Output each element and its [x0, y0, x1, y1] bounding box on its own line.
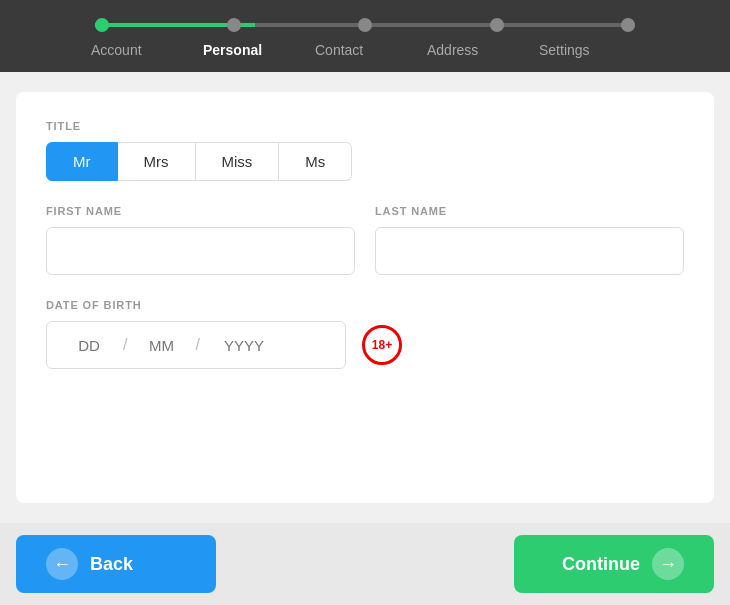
title-miss-button[interactable]: Miss	[196, 142, 280, 181]
step-dot-settings	[621, 18, 635, 32]
title-label: TITLE	[46, 120, 684, 132]
step-dot-account	[95, 18, 109, 32]
header: Account Personal Contact Address Setting…	[0, 0, 730, 72]
dob-dd-input[interactable]	[59, 337, 119, 354]
title-mrs-button[interactable]: Mrs	[118, 142, 196, 181]
step-address: Address	[421, 42, 533, 58]
step-dot-contact	[358, 18, 372, 32]
dob-yyyy-input[interactable]	[204, 337, 284, 354]
last-name-group: LAST NAME	[375, 205, 684, 275]
title-group: Mr Mrs Miss Ms	[46, 142, 684, 181]
main-content: TITLE Mr Mrs Miss Ms FIRST NAME LAST NAM…	[0, 72, 730, 523]
form-card: TITLE Mr Mrs Miss Ms FIRST NAME LAST NAM…	[16, 92, 714, 503]
step-label-address: Address	[427, 42, 527, 58]
step-label-account: Account	[91, 42, 191, 58]
first-name-label: FIRST NAME	[46, 205, 355, 217]
dob-section: DATE OF BIRTH / / 18+	[46, 299, 684, 369]
names-row: FIRST NAME LAST NAME	[46, 205, 684, 275]
progress-bar	[95, 18, 635, 32]
dob-mm-input[interactable]	[131, 337, 191, 354]
footer: ← Back Continue →	[0, 523, 730, 605]
continue-arrow-icon: →	[652, 548, 684, 580]
step-contact: Contact	[309, 42, 421, 58]
dob-sep-2: /	[191, 336, 203, 354]
continue-label: Continue	[562, 554, 640, 575]
back-button[interactable]: ← Back	[16, 535, 216, 593]
step-account: Account	[85, 42, 197, 58]
last-name-input[interactable]	[375, 227, 684, 275]
title-section: TITLE Mr Mrs Miss Ms	[46, 120, 684, 181]
dob-row: / / 18+	[46, 321, 684, 369]
step-labels-row: Account Personal Contact Address Setting…	[85, 42, 645, 58]
step-dot-address	[490, 18, 504, 32]
step-label-contact: Contact	[315, 42, 415, 58]
dob-sep-1: /	[119, 336, 131, 354]
step-settings: Settings	[533, 42, 645, 58]
first-name-input[interactable]	[46, 227, 355, 275]
continue-button[interactable]: Continue →	[514, 535, 714, 593]
step-dot-personal	[227, 18, 241, 32]
step-label-personal: Personal	[203, 42, 303, 58]
last-name-label: LAST NAME	[375, 205, 684, 217]
title-mr-button[interactable]: Mr	[46, 142, 118, 181]
first-name-group: FIRST NAME	[46, 205, 355, 275]
step-dots-row	[95, 18, 635, 32]
step-personal: Personal	[197, 42, 309, 58]
step-label-settings: Settings	[539, 42, 639, 58]
back-label: Back	[90, 554, 133, 575]
dob-label: DATE OF BIRTH	[46, 299, 684, 311]
age-badge: 18+	[362, 325, 402, 365]
title-ms-button[interactable]: Ms	[279, 142, 352, 181]
dob-input-group: / /	[46, 321, 346, 369]
back-arrow-icon: ←	[46, 548, 78, 580]
